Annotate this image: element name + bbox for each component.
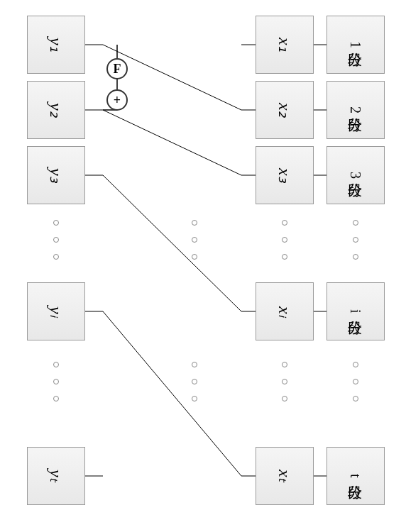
ellipsis-dots: [353, 362, 358, 401]
x-label: x₁: [275, 38, 295, 52]
y-box-i: yᵢ: [27, 282, 85, 340]
y-label: yₜ: [46, 470, 66, 482]
seg-label: 分段1: [346, 41, 366, 48]
x-label: x₃: [275, 168, 295, 183]
seg-box-3: 分段3: [327, 146, 385, 204]
seg-label: 分段i: [346, 309, 366, 314]
seg-label: 分段2: [346, 106, 366, 113]
y-box-1: y₁: [27, 16, 85, 74]
ellipsis-dots: [192, 220, 197, 260]
seg-box-1: 分段1: [327, 16, 385, 74]
op-F: F: [106, 58, 128, 79]
op-plus-label: +: [114, 93, 121, 108]
ellipsis-dots: [282, 220, 287, 260]
op-F-label: F: [114, 62, 121, 77]
op-plus: +: [106, 89, 128, 111]
x-box-t: xₜ: [256, 447, 314, 505]
seg-label: 分段3: [346, 172, 366, 179]
x-box-3: x₃: [256, 146, 314, 204]
seg-box-t: 分段t: [327, 447, 385, 505]
ellipsis-dots: [192, 362, 197, 401]
x-box-2: x₂: [256, 81, 314, 139]
ellipsis-dots: [53, 362, 59, 401]
x-label: xᵢ: [275, 306, 295, 317]
y-box-3: y₃: [27, 146, 85, 204]
y-box-2: y₂: [27, 81, 85, 139]
seg-box-i: 分段i: [327, 282, 385, 340]
seg-box-2: 分段2: [327, 81, 385, 139]
x-label: x₂: [275, 103, 295, 118]
svg-line-16: [103, 110, 241, 175]
y-box-t: yₜ: [27, 447, 85, 505]
x-box-i: xᵢ: [256, 282, 314, 340]
svg-line-17: [103, 175, 241, 311]
y-label: yᵢ: [46, 306, 66, 317]
ellipsis-dots: [53, 220, 59, 260]
svg-line-18: [103, 311, 241, 476]
ellipsis-dots: [282, 362, 287, 401]
seg-label: 分段t: [346, 474, 366, 478]
ellipsis-dots: [353, 220, 358, 260]
y-label: y₁: [46, 38, 66, 52]
y-label: y₂: [46, 103, 66, 118]
x-label: xₜ: [275, 470, 295, 482]
y-label: y₃: [46, 168, 66, 183]
x-box-1: x₁: [256, 16, 314, 74]
